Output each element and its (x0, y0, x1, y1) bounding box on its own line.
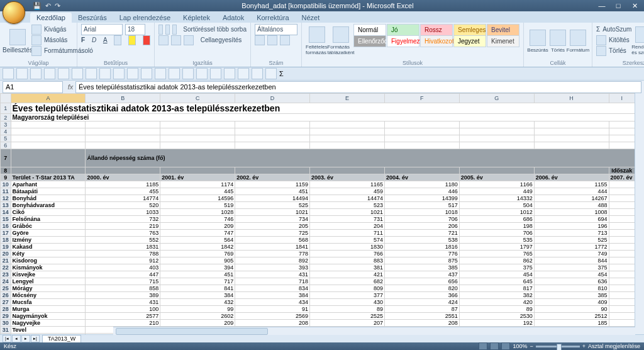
ribbon-tab-képletek[interactable]: Képletek (177, 13, 216, 23)
conditional-formatting-button[interactable]: Feltételes formázás (306, 24, 328, 58)
ribbon-tab-beszúrás[interactable]: Beszúrás (72, 13, 113, 23)
percent-icon[interactable] (267, 35, 277, 45)
row-header[interactable]: 12 (1, 195, 11, 202)
row-header[interactable]: 1 (1, 103, 11, 114)
ribbon-tab-nézet[interactable]: Nézet (296, 13, 326, 23)
zoom-in-button[interactable]: + (582, 343, 586, 349)
row-header[interactable]: 15 (1, 216, 11, 223)
insert-cells-button[interactable]: Beszúrás (528, 24, 548, 58)
font-name-input[interactable]: Arial (81, 24, 123, 35)
font-size-input[interactable]: 18 (125, 24, 145, 35)
tab-nav-prev[interactable]: ◂ (12, 335, 21, 342)
wrap-text-button[interactable]: Sortöréssel több sorba (183, 26, 247, 33)
col-header-I[interactable]: I (609, 94, 635, 103)
row-header[interactable]: 5 (1, 135, 11, 142)
formula-bar[interactable]: Éves településstatisztikai adatok 2013-a… (75, 81, 641, 93)
row-header[interactable]: 25 (1, 285, 11, 292)
fx-icon[interactable]: fx (65, 83, 75, 91)
format-cells-button[interactable]: Formátum (568, 24, 588, 58)
title-cell[interactable]: Éves településstatisztikai adatok 2013-a… (11, 103, 635, 114)
ribbon-tab-lap elrendezése[interactable]: Lap elrendezése (113, 13, 177, 23)
bold-button[interactable]: F (81, 37, 85, 43)
autosum-button[interactable]: ΣAutoSzum (596, 24, 631, 35)
qat-undo-icon[interactable]: ↶ (45, 2, 51, 10)
cell-style-hivatkozott...[interactable]: Hivatkozott... (420, 35, 453, 47)
qat-redo-icon[interactable]: ↷ (55, 2, 60, 10)
cell-style-jegyzet[interactable]: Jegyzet (453, 35, 486, 47)
row-header[interactable]: 3 (1, 121, 11, 128)
clear-button[interactable]: Törlés (596, 45, 631, 56)
fill-color-button[interactable] (128, 35, 136, 45)
border-button[interactable] (114, 35, 121, 45)
align-mid-icon[interactable] (165, 25, 170, 35)
col-header-B[interactable]: B (86, 94, 160, 103)
minimize-button[interactable]: — (595, 2, 609, 10)
zoom-out-button[interactable]: − (530, 343, 533, 349)
cell-style-normál[interactable]: Normál (353, 24, 386, 36)
col-header-A[interactable]: A (11, 94, 86, 103)
cell-style-bevitel[interactable]: Bevitel (487, 24, 519, 36)
view-normal-icon[interactable] (479, 342, 487, 350)
comma-icon[interactable] (280, 35, 290, 45)
currency-icon[interactable] (255, 35, 265, 45)
ribbon-tab-kezdőlap[interactable]: Kezdőlap (30, 13, 72, 23)
col-header-F[interactable]: F (384, 94, 459, 103)
row-header[interactable]: 17 (1, 230, 11, 237)
italic-button[interactable]: D (92, 37, 96, 43)
cell-style-jó[interactable]: Jó (387, 24, 419, 36)
row-header[interactable]: 10 (1, 181, 11, 188)
sort-filter-button[interactable]: Rendezés és szűrés (631, 24, 644, 58)
row-header[interactable]: 7 (1, 149, 11, 167)
population-header[interactable]: Állandó népesség száma (fő) (86, 149, 635, 167)
row-header[interactable]: 27 (1, 299, 11, 306)
cell-style-semleges[interactable]: Semleges (453, 24, 486, 36)
align-right-icon[interactable] (184, 35, 194, 45)
office-button[interactable] (3, 1, 25, 24)
sigma-icon[interactable]: Σ (279, 70, 284, 77)
row-header[interactable]: 11 (1, 188, 11, 195)
format-as-table-button[interactable]: Formázás táblázatként (330, 24, 352, 58)
ribbon-tab-korrektúra[interactable]: Korrektúra (250, 13, 295, 23)
row-header[interactable]: 2 (1, 114, 11, 121)
cell-style-kimenet[interactable]: Kimenet (487, 35, 519, 47)
cell-style-ellenőrzőcella[interactable]: Ellenőrzőcella (353, 35, 386, 47)
worksheet-grid[interactable]: ABCDEFGHI1Éves településstatisztikai ada… (0, 93, 644, 335)
name-box[interactable]: A1 (3, 81, 63, 93)
row-header[interactable]: 31 (1, 327, 11, 334)
view-layout-icon[interactable] (490, 342, 499, 350)
view-pagebreak-icon[interactable] (501, 342, 510, 350)
align-left-icon[interactable] (158, 35, 169, 45)
cell-style-rossz[interactable]: Rossz (420, 24, 453, 36)
col-header-D[interactable]: D (235, 94, 310, 103)
align-bot-icon[interactable] (172, 25, 177, 35)
tab-nav-next[interactable]: ▸ (21, 335, 30, 342)
cell-style-figyelmezte...[interactable]: Figyelmezte... (387, 35, 419, 47)
row-header[interactable]: 14 (1, 209, 11, 216)
qat-save-icon[interactable]: 💾 (33, 2, 42, 10)
tab-nav-first[interactable]: |◂ (3, 335, 11, 342)
col-header-C[interactable]: C (160, 94, 235, 103)
merge-button[interactable]: Cellaegyesítés (201, 37, 242, 43)
row-header[interactable]: 20 (1, 251, 11, 257)
sheet-tab[interactable]: TA2013_W (42, 335, 81, 343)
row-header[interactable]: 13 (1, 202, 11, 209)
horizontal-scrollbar[interactable] (113, 327, 635, 335)
mini-icon[interactable] (3, 68, 14, 79)
col-header-E[interactable]: E (310, 94, 385, 103)
row-header[interactable]: 19 (1, 244, 11, 251)
maximize-button[interactable]: □ (611, 2, 625, 10)
paste-button[interactable]: Beillesztés (4, 24, 31, 58)
col-header-[interactable] (1, 94, 11, 103)
font-color-button[interactable] (143, 35, 150, 45)
row-header[interactable]: 18 (1, 237, 11, 244)
row-header[interactable]: 28 (1, 306, 11, 313)
row-header[interactable]: 29 (1, 313, 11, 320)
vertical-scrollbar[interactable] (635, 93, 644, 335)
subtitle-cell[interactable]: Magyarország települései (11, 114, 635, 121)
align-top-icon[interactable] (158, 25, 163, 35)
row-header[interactable]: 9 (1, 174, 11, 181)
zoom-slider[interactable] (536, 346, 580, 347)
delete-cells-button[interactable]: Törlés (548, 24, 568, 58)
number-format-select[interactable]: Általános (255, 24, 297, 35)
underline-button[interactable]: A (103, 37, 108, 43)
